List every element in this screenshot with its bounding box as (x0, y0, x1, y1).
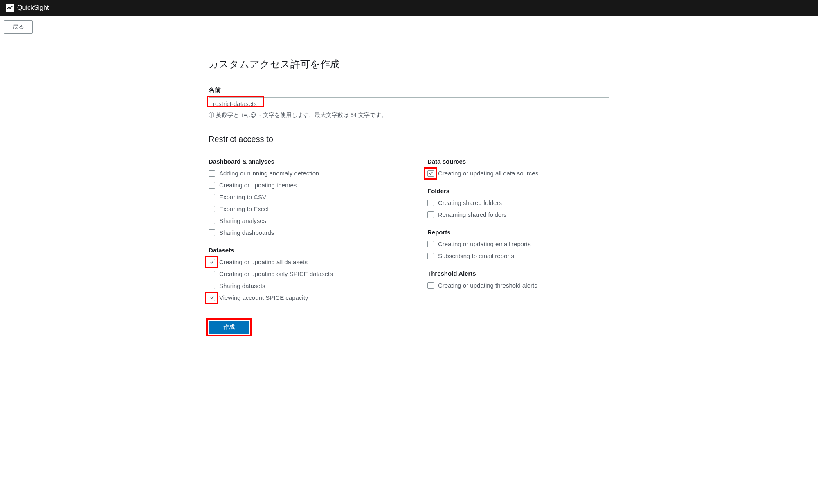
permissions-columns: Dashboard & analysesAdding or running an… (209, 158, 609, 312)
permission-row: Creating or updating all data sources (427, 170, 609, 177)
permission-checkbox[interactable] (209, 259, 215, 266)
permissions-group-title: Threshold Alerts (427, 270, 609, 277)
create-button[interactable]: 作成 (209, 321, 249, 334)
permission-row: Creating shared folders (427, 199, 609, 206)
main-content: カスタムアクセス許可を作成 名前 英数字と +=,.@_- 文字を使用します。最… (200, 38, 618, 350)
permissions-group: FoldersCreating shared foldersRenaming s… (427, 187, 609, 218)
permission-row: Subscribing to email reports (427, 252, 609, 259)
permission-checkbox[interactable] (427, 241, 434, 248)
back-button[interactable]: 戻る (4, 20, 33, 34)
permissions-group-title: Dashboard & analyses (209, 158, 391, 165)
permissions-column-left: Dashboard & analysesAdding or running an… (209, 158, 391, 312)
permission-row: Renaming shared folders (427, 211, 609, 218)
permission-label: Exporting to Excel (219, 205, 269, 212)
permissions-group: DatasetsCreating or updating all dataset… (209, 247, 391, 301)
permission-label: Creating shared folders (438, 199, 502, 206)
name-helper: 英数字と +=,.@_- 文字を使用します。最大文字数は 64 文字です。 (209, 112, 609, 119)
name-helper-text: 英数字と +=,.@_- 文字を使用します。最大文字数は 64 文字です。 (216, 112, 387, 119)
permission-label: Exporting to CSV (219, 194, 266, 200)
permission-label: Subscribing to email reports (438, 252, 514, 259)
permission-row: Creating or updating all datasets (209, 259, 391, 266)
sub-bar: 戻る (0, 16, 818, 38)
permission-checkbox[interactable] (209, 170, 215, 177)
permission-label: Sharing analyses (219, 217, 266, 224)
permission-label: Creating or updating only SPICE datasets (219, 270, 333, 277)
permission-row: Creating or updating only SPICE datasets (209, 270, 391, 277)
permissions-group: Threshold AlertsCreating or updating thr… (427, 270, 609, 289)
permission-row: Exporting to Excel (209, 205, 391, 212)
permission-row: Viewing account SPICE capacity (209, 294, 391, 301)
permission-label: Creating or updating themes (219, 182, 297, 189)
info-icon (209, 112, 214, 119)
permissions-group-title: Data sources (427, 158, 609, 165)
name-input[interactable] (209, 97, 609, 110)
permission-checkbox[interactable] (209, 182, 215, 189)
permission-label: Adding or running anomaly detection (219, 170, 319, 177)
permission-checkbox[interactable] (427, 282, 434, 289)
permissions-group: Data sourcesCreating or updating all dat… (427, 158, 609, 177)
permissions-group-title: Reports (427, 229, 609, 236)
brand: QuickSight (6, 4, 49, 12)
permission-row: Sharing analyses (209, 217, 391, 224)
permissions-group: Dashboard & analysesAdding or running an… (209, 158, 391, 236)
permission-label: Viewing account SPICE capacity (219, 294, 308, 301)
permission-label: Creating or updating all data sources (438, 170, 538, 177)
page-title: カスタムアクセス許可を作成 (209, 58, 609, 71)
permission-checkbox[interactable] (427, 200, 434, 206)
create-button-wrap: 作成 (209, 321, 249, 334)
permission-checkbox[interactable] (209, 206, 215, 212)
permission-checkbox[interactable] (209, 283, 215, 289)
permission-label: Sharing dashboards (219, 229, 274, 236)
permission-label: Creating or updating threshold alerts (438, 282, 537, 289)
permission-checkbox[interactable] (209, 230, 215, 236)
permission-checkbox[interactable] (427, 170, 434, 177)
permission-row: Exporting to CSV (209, 194, 391, 200)
permission-checkbox[interactable] (209, 194, 215, 200)
top-bar: QuickSight (0, 0, 818, 16)
permission-label: Sharing datasets (219, 282, 265, 289)
permissions-group-title: Folders (427, 187, 609, 194)
name-input-wrap (209, 97, 609, 110)
permission-row: Creating or updating threshold alerts (427, 282, 609, 289)
name-field-label: 名前 (209, 86, 609, 94)
permission-checkbox[interactable] (209, 218, 215, 224)
permissions-group-title: Datasets (209, 247, 391, 254)
permission-row: Creating or updating email reports (427, 241, 609, 248)
brand-label: QuickSight (17, 4, 49, 11)
permission-checkbox[interactable] (427, 253, 434, 259)
permissions-group: ReportsCreating or updating email report… (427, 229, 609, 259)
permission-checkbox[interactable] (209, 295, 215, 301)
permission-row: Sharing datasets (209, 282, 391, 289)
permission-label: Creating or updating all datasets (219, 259, 308, 266)
permissions-column-right: Data sourcesCreating or updating all dat… (427, 158, 609, 312)
permission-row: Creating or updating themes (209, 182, 391, 189)
permission-row: Sharing dashboards (209, 229, 391, 236)
restrict-title: Restrict access to (209, 135, 609, 144)
permission-label: Renaming shared folders (438, 211, 507, 218)
permission-checkbox[interactable] (427, 212, 434, 218)
permission-label: Creating or updating email reports (438, 241, 531, 248)
permission-row: Adding or running anomaly detection (209, 170, 391, 177)
quicksight-logo-icon (6, 4, 14, 12)
permission-checkbox[interactable] (209, 271, 215, 277)
